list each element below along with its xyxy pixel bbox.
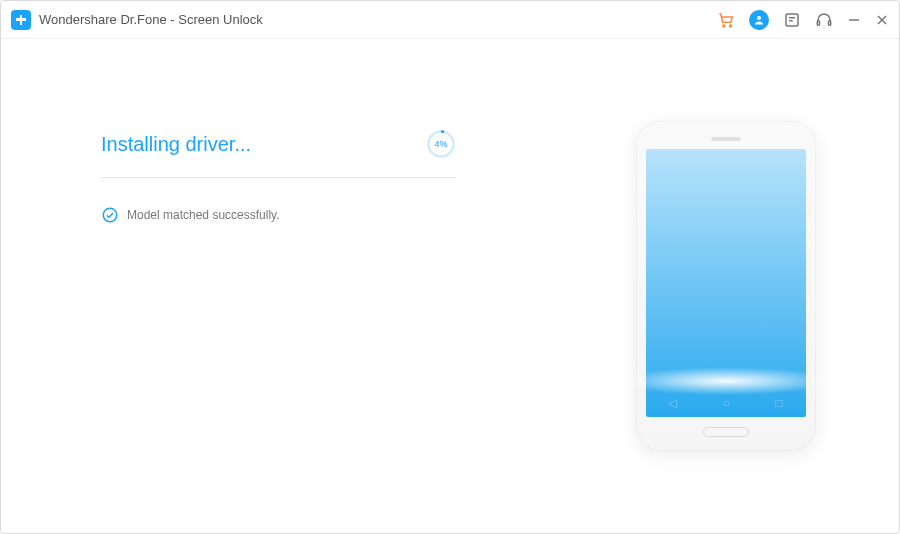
progress-indicator: 4% — [426, 129, 456, 159]
status-row: Model matched successfully. — [101, 206, 552, 224]
svg-point-0 — [723, 25, 725, 27]
status-message: Model matched successfully. — [127, 208, 280, 222]
titlebar: Wondershare Dr.Fone - Screen Unlock — [1, 1, 899, 39]
feedback-icon[interactable] — [783, 11, 801, 29]
svg-rect-5 — [829, 20, 831, 25]
support-headset-icon[interactable] — [815, 11, 833, 29]
heading-row: Installing driver... 4% — [101, 129, 456, 178]
window-title: Wondershare Dr.Fone - Screen Unlock — [39, 12, 263, 27]
check-circle-icon — [101, 206, 119, 224]
svg-point-2 — [757, 16, 761, 20]
phone-speaker-icon — [711, 137, 741, 141]
close-button[interactable] — [875, 13, 889, 27]
cart-icon[interactable] — [717, 11, 735, 29]
phone-home-button-icon — [703, 427, 749, 437]
main-panel: Installing driver... 4% Model matche — [1, 39, 552, 533]
svg-point-1 — [730, 25, 732, 27]
svg-point-10 — [103, 208, 117, 222]
account-icon[interactable] — [749, 10, 769, 30]
progress-percent-label: 4% — [434, 139, 447, 149]
minimize-button[interactable] — [847, 13, 861, 27]
phone-screen: ◁○□ — [646, 149, 806, 417]
app-window: Wondershare Dr.Fone - Screen Unlock — [0, 0, 900, 534]
content-area: Installing driver... 4% Model matche — [1, 39, 899, 533]
svg-rect-4 — [817, 20, 819, 25]
step-heading: Installing driver... — [101, 133, 251, 156]
illustration-panel: ◁○□ — [552, 39, 899, 533]
phone-illustration: ◁○□ — [636, 121, 816, 451]
phone-navbar-icon: ◁○□ — [646, 389, 806, 417]
app-logo-icon — [11, 10, 31, 30]
